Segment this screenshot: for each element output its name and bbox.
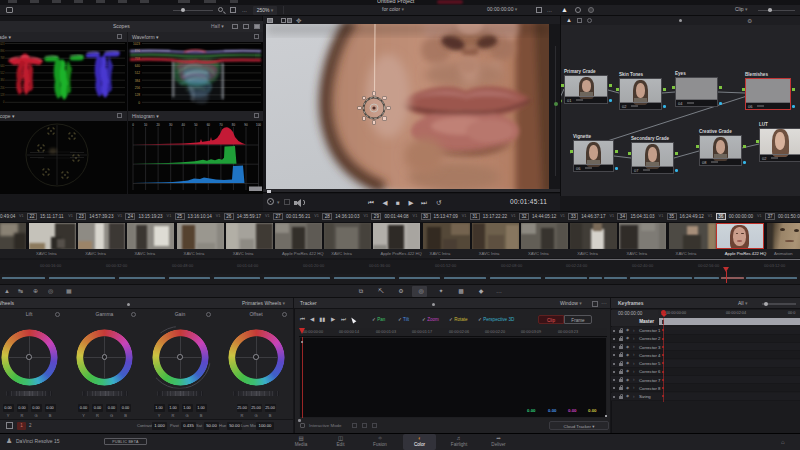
svg-text:512: 512 bbox=[135, 71, 141, 75]
svg-text:256: 256 bbox=[135, 86, 141, 90]
svg-text:384: 384 bbox=[0, 78, 5, 82]
svg-text:0: 0 bbox=[138, 101, 140, 105]
svg-text:90: 90 bbox=[244, 123, 248, 127]
svg-text:50: 50 bbox=[194, 123, 198, 127]
svg-text:100: 100 bbox=[256, 123, 261, 127]
svg-text:0: 0 bbox=[132, 123, 134, 127]
svg-text:1023: 1023 bbox=[0, 42, 5, 46]
svg-text:10: 10 bbox=[144, 123, 148, 127]
svg-text:512: 512 bbox=[0, 71, 5, 75]
svg-text:30: 30 bbox=[169, 123, 173, 127]
svg-text:60: 60 bbox=[207, 123, 211, 127]
svg-text:640: 640 bbox=[135, 64, 141, 68]
svg-text:80: 80 bbox=[232, 123, 236, 127]
svg-text:128: 128 bbox=[0, 93, 5, 97]
svg-text:128: 128 bbox=[135, 93, 141, 97]
svg-text:1023: 1023 bbox=[133, 42, 140, 46]
svg-text:20: 20 bbox=[156, 123, 160, 127]
svg-text:40: 40 bbox=[182, 123, 186, 127]
svg-text:0: 0 bbox=[3, 100, 5, 104]
svg-text:896: 896 bbox=[0, 49, 5, 53]
svg-text:768: 768 bbox=[0, 56, 5, 60]
svg-text:256: 256 bbox=[0, 86, 5, 90]
svg-text:640: 640 bbox=[0, 64, 5, 68]
svg-text:384: 384 bbox=[135, 79, 141, 83]
svg-text:70: 70 bbox=[219, 123, 223, 127]
